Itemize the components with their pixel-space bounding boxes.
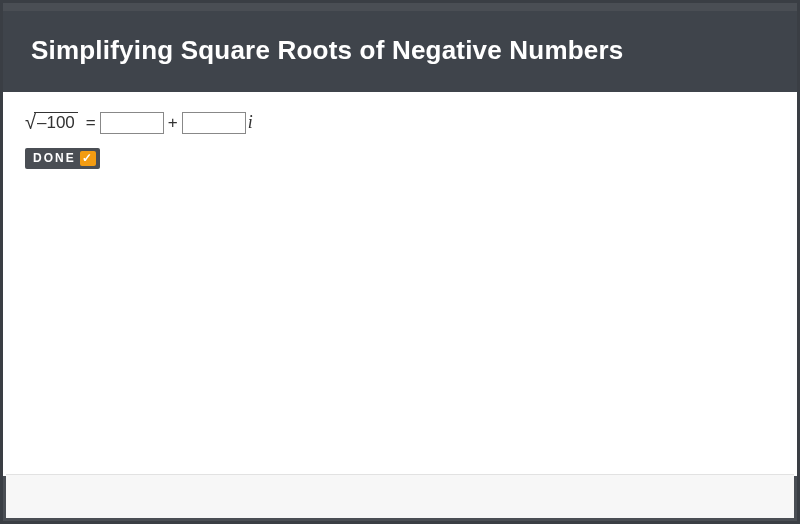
top-bar — [3, 3, 797, 11]
radical-sign: √ — [25, 111, 36, 134]
sqrt-expression: √ –100 — [25, 110, 78, 133]
equation-row: √ –100 = + i — [25, 110, 775, 134]
header: Simplifying Square Roots of Negative Num… — [3, 11, 797, 92]
equals-sign: = — [86, 113, 96, 133]
content-area: √ –100 = + i DONE ✓ — [3, 92, 797, 476]
page-title: Simplifying Square Roots of Negative Num… — [31, 35, 769, 66]
plus-sign: + — [168, 113, 178, 133]
imaginary-unit: i — [248, 112, 253, 133]
done-row: DONE ✓ — [25, 148, 775, 169]
exercise-frame: Simplifying Square Roots of Negative Num… — [0, 0, 800, 524]
check-icon: ✓ — [80, 151, 96, 166]
real-part-input[interactable] — [100, 112, 164, 134]
done-button[interactable]: DONE ✓ — [25, 148, 100, 169]
done-label: DONE — [33, 151, 76, 165]
radicand-value: –100 — [34, 112, 78, 133]
imaginary-part-input[interactable] — [182, 112, 246, 134]
footer-strip — [6, 474, 794, 518]
